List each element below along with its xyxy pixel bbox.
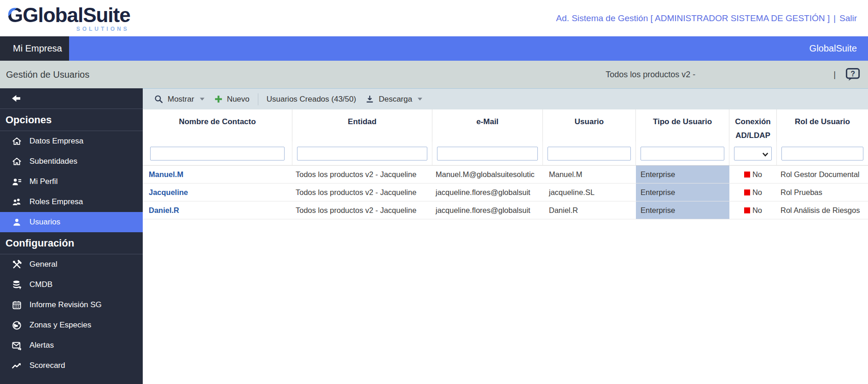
column-header-nombre[interactable]: Nombre de Contacto: [143, 109, 292, 143]
tab-mi-empresa[interactable]: Mi Empresa: [0, 36, 69, 61]
sidebar-item-label: Datos Empresa: [29, 137, 83, 146]
sidebar-section-configuracion: Configuración: [0, 232, 143, 254]
mail-icon: [11, 340, 22, 351]
user-name-link[interactable]: Manuel.M: [149, 170, 183, 179]
sidebar-item-datos-empresa[interactable]: Datos Empresa: [0, 131, 143, 151]
ad-ldap-value: No: [752, 170, 762, 179]
column-header-entidad[interactable]: Entidad: [292, 109, 432, 143]
username-cell: jacqueline.SL: [543, 183, 636, 201]
toolbar: Mostrar Nuevo Usuarios Creados (43/50) D…: [143, 88, 868, 109]
filter-input-tipo[interactable]: [641, 147, 724, 160]
table-header-row: Nombre de Contacto Entidad e-Mail Usuari…: [143, 109, 868, 142]
link-separator: |: [833, 13, 836, 23]
sidebar-item-scorecard[interactable]: Scorecard: [0, 355, 143, 376]
download-label: Descarga: [379, 95, 412, 104]
sidebar-item-alertas[interactable]: Alertas: [0, 335, 143, 355]
nav-right-label: GlobalSuite: [810, 36, 868, 61]
sidebar-item-label: Scorecard: [29, 361, 65, 370]
sidebar-item-cmdb[interactable]: CMDB: [0, 275, 143, 295]
sidebar-item-label: Zonas y Especies: [29, 321, 91, 330]
sidebar: Opciones Datos Empresa Subentidades: [0, 88, 143, 384]
nav-spacer: [69, 36, 810, 61]
logo-subtext: SOLUTIONS: [76, 26, 129, 32]
sidebar-item-informe-revision-sg[interactable]: Informe Revisión SG: [0, 295, 143, 315]
crumb-separator: |: [833, 70, 836, 80]
back-arrow-icon: [10, 93, 22, 104]
tools-icon: [11, 259, 22, 270]
role-cell: Rol Análisis de Riesgos: [777, 201, 868, 219]
calendar-icon: [11, 299, 22, 310]
status-red-square: [744, 172, 750, 178]
chevron-down-icon: [417, 97, 423, 101]
email-cell: jacqueline.flores@globalsuit: [432, 201, 543, 219]
profile-link[interactable]: Ad. Sistema de Gestión [ ADMINISTRADOR S…: [556, 13, 830, 23]
column-header-email[interactable]: e-Mail: [432, 109, 543, 143]
user-menu: Ad. Sistema de Gestión [ ADMINISTRADOR S…: [556, 13, 857, 23]
sidebar-item-general[interactable]: General: [0, 254, 143, 275]
entity-cell: Todos los productos v2 - Jacqueline: [292, 183, 432, 201]
sidebar-item-subentidades[interactable]: Subentidades: [0, 151, 143, 172]
filter-input-email[interactable]: [437, 147, 538, 160]
new-user-button[interactable]: Nuevo: [210, 89, 254, 109]
ad-ldap-cell: No: [729, 183, 777, 201]
profile-icon: [11, 176, 22, 187]
column-header-tipo[interactable]: Tipo de Usuario: [636, 109, 729, 143]
table-row: Jacqueline Todos los productos v2 - Jacq…: [143, 183, 868, 201]
help-icon: ?: [845, 67, 861, 82]
new-user-label: Nuevo: [227, 95, 250, 104]
sidebar-item-mi-perfil[interactable]: Mi Perfil: [0, 172, 143, 192]
logout-link[interactable]: Salir: [839, 13, 857, 23]
nav-bar: Mi Empresa GlobalSuite: [0, 36, 868, 61]
table-filter-row: [143, 142, 868, 166]
username-cell: Daniel.R: [543, 201, 636, 219]
column-header-usuario[interactable]: Usuario: [543, 109, 636, 143]
sidebar-section-opciones: Opciones: [0, 109, 143, 131]
chart-icon: [11, 360, 22, 371]
users-created-counter: Usuarios Creados (43/50): [262, 95, 361, 104]
email-cell: Manuel.M@globalsuitesolutic: [432, 166, 543, 183]
sidebar-item-label: CMDB: [29, 280, 52, 289]
user-name-link[interactable]: Daniel.R: [149, 206, 179, 215]
download-icon: [365, 95, 374, 104]
user-type-badge: Enterprise: [636, 166, 729, 183]
role-cell: Rol Gestor Documental: [777, 166, 868, 183]
filter-input-rol[interactable]: [781, 147, 863, 160]
page-title: Gestión de Usuarios: [6, 69, 89, 80]
column-header-rol[interactable]: Rol de Usuario: [777, 109, 868, 143]
email-cell: jacqueline.flores@globalsuit: [432, 183, 543, 201]
user-type-badge: Enterprise: [636, 183, 729, 201]
filter-select-ad-ldap[interactable]: [734, 147, 772, 160]
username-cell: Manuel.M: [543, 166, 636, 183]
globe-icon: [11, 320, 22, 331]
svg-text:?: ?: [851, 70, 855, 78]
sidebar-item-usuarios[interactable]: Usuarios: [0, 212, 143, 232]
top-header: GGlobalSuite SOLUTIONS Ad. Sistema de Ge…: [0, 0, 868, 36]
sidebar-item-label: General: [29, 260, 57, 269]
ad-ldap-cell: No: [729, 166, 777, 183]
people-icon: [11, 196, 22, 207]
help-button[interactable]: ?: [843, 66, 862, 83]
globalsuite-logo: GGlobalSuite SOLUTIONS: [7, 5, 130, 32]
status-red-square: [744, 189, 750, 195]
content-area: Mostrar Nuevo Usuarios Creados (43/50) D…: [143, 88, 868, 384]
sidebar-collapse-button[interactable]: [0, 88, 143, 109]
entity-cell: Todos los productos v2 - Jacqueline: [292, 201, 432, 219]
chevron-down-icon: [199, 97, 205, 101]
filter-input-nombre[interactable]: [150, 147, 285, 160]
table-row: Manuel.M Todos los productos v2 - Jacque…: [143, 166, 868, 183]
sidebar-item-roles-empresa[interactable]: Roles Empresa: [0, 192, 143, 212]
download-button[interactable]: Descarga: [361, 89, 427, 109]
search-icon: [154, 94, 163, 104]
user-icon: [11, 217, 22, 228]
filter-input-usuario[interactable]: [548, 147, 631, 160]
sidebar-item-label: Alertas: [29, 341, 54, 350]
ad-ldap-value: No: [752, 188, 762, 197]
user-name-link[interactable]: Jacqueline: [149, 188, 188, 197]
sidebar-item-label: Informe Revisión SG: [29, 300, 102, 309]
users-table: Nombre de Contacto Entidad e-Mail Usuari…: [143, 109, 868, 219]
sidebar-item-zonas-y-especies[interactable]: Zonas y Especies: [0, 315, 143, 335]
user-type-badge: Enterprise: [636, 201, 729, 219]
filter-input-entidad[interactable]: [297, 147, 427, 160]
show-filters-button[interactable]: Mostrar: [149, 89, 210, 109]
column-header-conexion[interactable]: Conexión AD/LDAP: [729, 109, 777, 143]
